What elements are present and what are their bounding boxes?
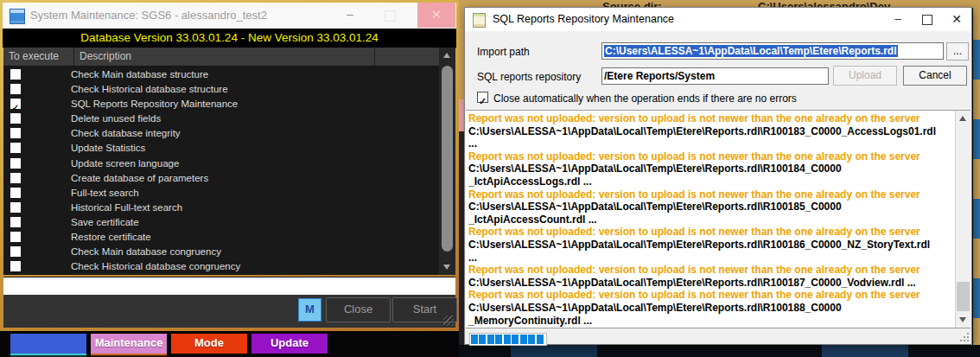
task-row[interactable]: Create database of parameters	[3, 171, 438, 186]
partial-button-row	[0, 354, 459, 357]
log-line: C:\Users\ALESSA~1\AppData\Local\Temp\Ete…	[468, 163, 955, 175]
progress-bar	[469, 333, 547, 346]
progress-fill	[471, 335, 544, 344]
log-line: ...	[468, 137, 955, 150]
command-input[interactable]	[3, 277, 455, 296]
scroll-thumb[interactable]	[442, 66, 453, 252]
column-to-execute[interactable]: To execute	[9, 50, 59, 62]
scroll-down-icon[interactable]	[959, 317, 966, 322]
log-line: C:\Users\ALESSA~1\AppData\Local\Temp\Ete…	[468, 302, 955, 315]
minimize-icon[interactable]	[883, 8, 913, 31]
partial-button[interactable]	[91, 354, 167, 357]
cancel-button[interactable]: Cancel	[903, 66, 967, 86]
task-label: Update screen language	[71, 158, 179, 169]
task-checkbox[interactable]	[10, 69, 21, 80]
task-label: Check Historical database congruency	[71, 261, 240, 271]
footer-button[interactable]: Maintenance	[91, 334, 167, 354]
scroll-thumb[interactable]	[957, 282, 970, 311]
log-line: _IctApiAccessLogs.rdl ...	[468, 175, 955, 188]
log-scrollbar[interactable]	[955, 111, 970, 328]
maximize-icon[interactable]	[377, 3, 403, 29]
resize-grip[interactable]	[443, 316, 454, 326]
task-checkbox[interactable]	[10, 246, 21, 257]
task-checkbox[interactable]	[10, 232, 21, 242]
import-path-value: C:\Users\ALESSA~1\AppData\Local\Temp\Ete…	[604, 45, 898, 57]
table-header: To execute Description	[3, 48, 455, 67]
task-label: Check Main database congruency	[71, 246, 221, 257]
version-banner: Database Version 33.03.01.24 - New Versi…	[3, 29, 456, 48]
log-line: Report was not uploaded: version to uplo…	[468, 112, 955, 125]
task-label: Delete unused fields	[71, 113, 161, 124]
task-row[interactable]: Check Main database structure	[3, 67, 438, 82]
log-line: _MemoryContinuity.rdl ...	[468, 315, 955, 328]
task-checkbox[interactable]	[10, 99, 21, 109]
task-label: Check database integrity	[71, 128, 181, 138]
title-bar: System Maintenance: SGS6 - alessandro_te…	[3, 3, 456, 29]
task-checkbox[interactable]	[10, 217, 21, 227]
etere-icon-button[interactable]	[298, 298, 321, 322]
auto-close-checkbox[interactable]	[477, 92, 488, 103]
log-line: C:\Users\ALESSA~1\AppData\Local\Temp\Ete…	[468, 277, 955, 290]
footer-buttons: MaintenanceModeUpdate	[0, 334, 459, 354]
import-path-input[interactable]: C:\Users\ALESSA~1\AppData\Local\Temp\Ete…	[601, 42, 944, 60]
task-checkbox[interactable]	[10, 158, 21, 169]
footer-button[interactable]	[10, 334, 86, 354]
sql-reports-dialog: SQL Reports Repository Maintenance Impor…	[464, 7, 972, 345]
dialog-title: SQL Reports Repository Maintenance	[493, 13, 674, 25]
scroll-up-icon[interactable]	[443, 53, 450, 58]
task-row[interactable]: Full-text search	[3, 186, 438, 201]
task-checkbox[interactable]	[10, 173, 21, 183]
column-description[interactable]: Description	[80, 50, 131, 62]
log-line: C:\Users\ALESSA~1\AppData\Local\Temp\Ete…	[468, 239, 955, 252]
task-checkbox[interactable]	[10, 202, 21, 213]
task-row[interactable]: SQL Reports Repository Maintenance	[3, 97, 438, 112]
repository-input[interactable]: /Etere Reports/System	[601, 67, 829, 85]
task-row[interactable]: Save certificate	[3, 215, 438, 230]
close-icon[interactable]	[417, 3, 455, 28]
task-label: Create database of parameters	[71, 173, 208, 183]
task-row[interactable]: Check database integrity	[3, 126, 438, 141]
repository-label: SQL reports repository	[477, 71, 581, 83]
task-checkbox[interactable]	[10, 188, 21, 198]
upload-button[interactable]: Upload	[833, 66, 897, 86]
resize-grip[interactable]	[960, 333, 969, 341]
window-title: System Maintenance: SGS6 - alessandro_te…	[30, 9, 267, 22]
task-row[interactable]: Restore certificate	[3, 230, 438, 245]
task-row[interactable]: Delete unused fields	[3, 112, 438, 126]
task-label: Restore certificate	[71, 232, 151, 242]
maximize-icon[interactable]	[913, 8, 942, 31]
task-checkbox[interactable]	[10, 84, 21, 94]
list-scrollbar[interactable]	[439, 48, 455, 275]
footer-button[interactable]: Update	[251, 334, 328, 354]
log-line: Report was not uploaded: version to uplo…	[468, 188, 955, 201]
partial-button[interactable]	[10, 354, 86, 357]
system-maintenance-icon	[10, 9, 25, 24]
task-checkbox[interactable]	[10, 113, 21, 124]
task-row[interactable]: Update screen language	[3, 156, 438, 171]
system-maintenance-window: System Maintenance: SGS6 - alessandro_te…	[0, 0, 459, 331]
footer-button[interactable]: Mode	[171, 334, 247, 354]
task-row[interactable]: Historical Full-text search	[3, 201, 438, 215]
scroll-down-icon[interactable]	[443, 265, 450, 270]
task-row[interactable]: Update Statistics	[3, 141, 438, 156]
task-label: Historical Full-text search	[71, 202, 182, 213]
log-line: Report was not uploaded: version to uplo…	[468, 150, 955, 163]
task-checkbox[interactable]	[10, 128, 21, 138]
browse-button[interactable]: ...	[946, 42, 969, 61]
log-line: C:\Users\ALESSA~1\AppData\Local\Temp\Ete…	[468, 201, 955, 214]
dialog-title-bar: SQL Reports Repository Maintenance	[465, 8, 971, 31]
task-label: Update Statistics	[71, 143, 145, 153]
close-action-button[interactable]: Close	[326, 297, 391, 322]
log-line: C:\Users\ALESSA~1\AppData\Local\Temp\Ete…	[468, 125, 955, 138]
task-label: Check Main database structure	[71, 69, 208, 80]
task-checkbox[interactable]	[10, 261, 21, 271]
close-icon[interactable]	[942, 8, 971, 31]
task-row[interactable]: Check Historical database structure	[3, 82, 438, 97]
task-row[interactable]: Check Main database congruency	[3, 245, 438, 259]
task-list: Check Main database structure Check Hist…	[3, 67, 438, 275]
log-line: Report was not uploaded: version to uplo…	[468, 289, 955, 302]
task-checkbox[interactable]	[10, 143, 21, 153]
minimize-icon[interactable]	[337, 3, 363, 29]
task-row[interactable]: Check Historical database congruency	[3, 259, 438, 274]
scroll-up-icon[interactable]	[959, 116, 966, 121]
